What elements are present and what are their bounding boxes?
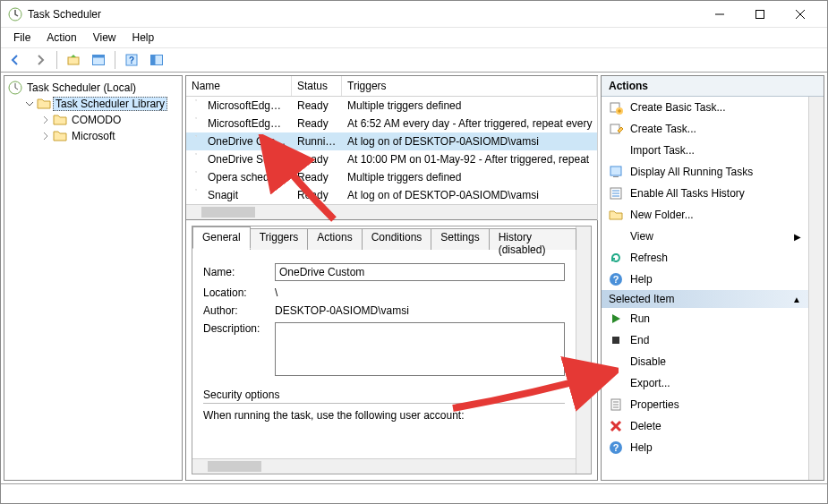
security-label: Security options bbox=[203, 389, 565, 401]
col-name[interactable]: Name bbox=[186, 76, 292, 96]
submenu-arrow-icon: ▶ bbox=[794, 232, 801, 242]
tree-panel: Task Scheduler (Local) Task Scheduler Li… bbox=[4, 75, 183, 481]
action-label: Properties bbox=[630, 398, 801, 411]
action-help[interactable]: ?Help bbox=[602, 437, 808, 458]
action-new-folder-[interactable]: New Folder... bbox=[602, 204, 808, 226]
grid-scrollbar-v[interactable] bbox=[597, 76, 598, 220]
folder-icon bbox=[53, 129, 67, 143]
col-status[interactable]: Status bbox=[292, 76, 342, 96]
author-value: DESKTOP-0ASIOMD\vamsi bbox=[275, 304, 409, 317]
task-status: Ready bbox=[292, 153, 342, 166]
menu-view[interactable]: View bbox=[86, 30, 124, 46]
folder-icon bbox=[609, 208, 623, 222]
app-icon bbox=[8, 7, 22, 21]
action-end[interactable]: End bbox=[602, 329, 808, 351]
svg-rect-8 bbox=[151, 56, 156, 65]
table-row[interactable]: Snagit Ready At log on of DESKTOP-0ASIOM… bbox=[186, 186, 597, 204]
tab-strip: General Triggers Actions Conditions Sett… bbox=[192, 226, 576, 248]
expand-icon[interactable] bbox=[40, 115, 51, 125]
task-name: Snagit bbox=[202, 189, 292, 201]
svg-rect-2 bbox=[68, 57, 79, 64]
up-button[interactable] bbox=[63, 50, 84, 70]
action-label: Create Basic Task... bbox=[630, 101, 801, 114]
task-status: Ready bbox=[292, 117, 342, 130]
action-create-task-[interactable]: Create Task... bbox=[602, 118, 808, 140]
details-scrollbar-h[interactable] bbox=[192, 458, 576, 474]
task-new-icon bbox=[609, 100, 623, 115]
actions-scrollbar-v[interactable] bbox=[808, 97, 824, 480]
action-properties[interactable]: Properties bbox=[602, 394, 808, 415]
panel2-button[interactable] bbox=[146, 50, 167, 70]
tab-conditions[interactable]: Conditions bbox=[362, 228, 432, 250]
task-name: MicrosoftEdgeU… bbox=[202, 99, 292, 112]
task-grid: Name Status Triggers MicrosoftEdgeU… Rea… bbox=[186, 76, 597, 220]
details-scrollbar-v[interactable] bbox=[576, 226, 591, 474]
clock-icon bbox=[190, 99, 202, 112]
menu-action[interactable]: Action bbox=[39, 30, 83, 46]
tree-root[interactable]: Task Scheduler (Local) bbox=[8, 80, 178, 96]
blank-icon bbox=[609, 376, 623, 390]
action-refresh[interactable]: Refresh bbox=[602, 247, 808, 269]
action-disable[interactable]: Disable bbox=[602, 351, 808, 372]
action-display-all-running-tasks[interactable]: Display All Running Tasks bbox=[602, 161, 808, 183]
action-create-basic-task-[interactable]: Create Basic Task... bbox=[602, 97, 808, 118]
table-row[interactable]: Opera schedule… Ready Multiple triggers … bbox=[186, 168, 597, 186]
forward-button[interactable] bbox=[30, 50, 51, 70]
help-button[interactable]: ? bbox=[121, 50, 142, 70]
action-label: Refresh bbox=[630, 252, 801, 264]
action-help[interactable]: ?Help bbox=[602, 269, 808, 290]
menu-help[interactable]: Help bbox=[125, 30, 162, 46]
tab-settings[interactable]: Settings bbox=[431, 228, 489, 250]
task-status: Ready bbox=[292, 171, 342, 184]
action-label: Run bbox=[630, 312, 801, 325]
table-row[interactable]: MicrosoftEdgeU… Ready Multiple triggers … bbox=[186, 97, 597, 115]
menu-file[interactable]: File bbox=[6, 30, 38, 46]
end-icon bbox=[609, 333, 623, 347]
action-label: Import Task... bbox=[630, 144, 801, 157]
tab-history[interactable]: History (disabled) bbox=[489, 228, 576, 250]
task-trigger: Multiple triggers defined bbox=[342, 171, 597, 184]
back-button[interactable] bbox=[4, 50, 26, 70]
tree-child-comodo[interactable]: COMODO bbox=[40, 112, 178, 128]
grid-scrollbar-h[interactable] bbox=[186, 204, 597, 219]
action-label: End bbox=[630, 334, 801, 346]
col-trigger[interactable]: Triggers bbox=[342, 76, 597, 96]
close-button[interactable] bbox=[780, 1, 820, 27]
folder-icon bbox=[37, 97, 51, 111]
action-import-task-[interactable]: Import Task... bbox=[602, 140, 808, 161]
tab-actions[interactable]: Actions bbox=[307, 228, 362, 250]
tab-general[interactable]: General bbox=[192, 226, 251, 249]
table-row[interactable]: OneDrive Sta… Ready At 10:00 PM on 01-Ma… bbox=[186, 150, 597, 168]
action-export-[interactable]: Export... bbox=[602, 372, 808, 394]
minimize-button[interactable] bbox=[699, 1, 739, 27]
collapse-arrow-icon[interactable]: ▲ bbox=[792, 295, 801, 304]
panel-button[interactable] bbox=[88, 50, 109, 70]
author-label: Author: bbox=[203, 304, 275, 317]
description-label: Description: bbox=[203, 322, 275, 335]
tree-library[interactable]: Task Scheduler Library bbox=[24, 96, 178, 112]
table-row[interactable]: MicrosoftEdgeU… Ready At 6:52 AM every d… bbox=[186, 115, 597, 132]
tab-triggers[interactable]: Triggers bbox=[250, 228, 309, 250]
tree-child-microsoft[interactable]: Microsoft bbox=[40, 128, 178, 144]
action-label: Export... bbox=[630, 377, 801, 389]
svg-rect-4 bbox=[93, 56, 105, 58]
description-field[interactable] bbox=[275, 322, 565, 376]
actions-header: Actions bbox=[602, 76, 824, 97]
action-view[interactable]: View▶ bbox=[602, 226, 808, 247]
center-panel: Name Status Triggers MicrosoftEdgeU… Rea… bbox=[185, 75, 598, 481]
collapse-icon[interactable] bbox=[24, 98, 35, 109]
action-run[interactable]: Run bbox=[602, 308, 808, 329]
blank-icon bbox=[609, 143, 623, 158]
tab-content-general: Name: Location: \ Author: DESKTOP-0ASIOM… bbox=[192, 248, 576, 458]
maximize-button[interactable] bbox=[739, 1, 780, 27]
clock-icon bbox=[190, 135, 202, 148]
table-row[interactable]: OneDrive Custom Running At log on of DES… bbox=[186, 132, 597, 150]
action-label: View bbox=[630, 230, 794, 243]
action-delete[interactable]: Delete bbox=[602, 415, 808, 437]
action-enable-all-tasks-history[interactable]: Enable All Tasks History bbox=[602, 183, 808, 204]
action-label: Delete bbox=[630, 420, 801, 432]
task-name: Opera schedule… bbox=[202, 171, 292, 184]
name-field[interactable] bbox=[275, 263, 565, 281]
expand-icon[interactable] bbox=[40, 131, 51, 141]
clock-icon bbox=[190, 153, 202, 166]
